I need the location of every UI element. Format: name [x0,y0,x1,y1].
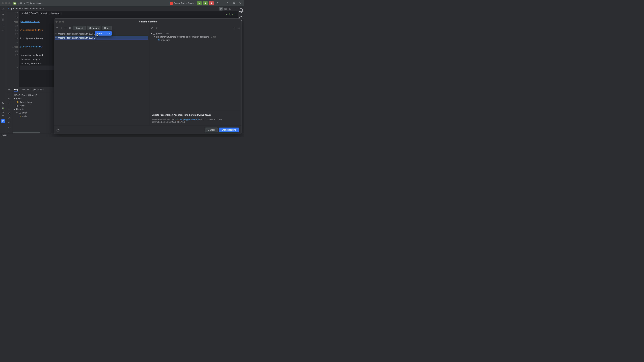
code-with-me-icon[interactable] [226,1,230,5]
branch-row[interactable]: main [14,104,51,107]
editor-preview-split[interactable] [224,7,228,10]
origin-group[interactable]: ▾origin [14,111,51,114]
chevron-down-icon[interactable]: ∨ [234,12,236,16]
commit-tool-icon[interactable] [2,13,4,16]
project-tool-icon[interactable] [2,7,4,10]
svg-point-3 [228,3,229,4]
zoom-dot[interactable] [8,2,10,4]
stop-button[interactable] [209,1,214,5]
branch-name: fix-pa-plugin [30,2,42,4]
vcs-icon [2,120,4,122]
commits-list[interactable]: Update Presentation Assista th 2023.3) U… [54,31,149,125]
debug-tool-icon[interactable] [2,106,4,109]
start-rebasing-button[interactable]: Start Rebasing [219,128,239,132]
gutter-image-icon[interactable] [16,21,18,23]
delete-icon[interactable] [8,112,10,115]
minimize-dot[interactable] [5,2,7,4]
collapse-icon[interactable]: ‹ [9,93,10,95]
git-tool-active[interactable] [1,119,5,123]
settings-icon[interactable] [238,1,242,5]
tree-file[interactable]: M↓index.md [151,38,240,41]
markdown-link[interactable]: [Configure Presentatio [20,45,42,48]
pause-icon[interactable] [68,26,72,29]
close-dot[interactable] [2,2,4,4]
changed-files-tree[interactable]: ▾guide 1 file ▾site/java/tutorials/prese… [149,31,241,42]
tab-console[interactable]: Console [21,87,29,92]
notifications-icon[interactable] [238,7,244,13]
move-down-icon[interactable] [60,26,63,29]
find-icon[interactable] [8,121,10,124]
horizontal-scrollbar[interactable] [13,132,40,133]
commit-committed-date: committed on 12/12/2023 at 17:50 [152,121,239,123]
git-branch-selector[interactable]: fix-pa-plugin▾ [26,2,44,4]
add-icon[interactable]: ＋ [8,102,10,105]
dialog-left-pane: Reword Squash▾ Drop Update Presentation … [54,25,149,125]
close-tab-icon[interactable]: × [43,7,44,10]
window-controls[interactable] [2,2,10,4]
problems-icon[interactable] [2,115,4,118]
squash-button[interactable]: Squash▾ [87,26,100,30]
commit-email[interactable]: <mlvandijk@gmail.com> [175,118,198,121]
chevron-down-icon[interactable]: ▾ [98,27,99,29]
folder-icon [18,112,21,114]
svg-rect-8 [3,25,4,26]
expand-all-icon[interactable] [234,27,237,29]
graph-dot-icon [56,33,57,34]
fetch-icon[interactable] [8,107,10,110]
commit-row[interactable]: Update Presentation Assista th 2023.3) [55,36,148,40]
terminal-icon[interactable] [2,111,4,113]
editor-tab[interactable]: M↓ presentation-assistant/index.md × [7,6,46,11]
bug-icon [204,2,206,4]
preview-icon[interactable] [155,27,158,29]
branch-row[interactable]: ★main [14,114,51,118]
head-row[interactable]: HEAD (Current Branch) [14,93,51,97]
move-up-icon[interactable] [56,26,58,29]
diff-icon[interactable] [151,27,154,29]
expand-icon[interactable]: › [9,131,10,133]
project-selector[interactable]: guide▾ [18,2,25,4]
undo-icon[interactable] [64,26,67,29]
tab-filename: presentation-assistant/index.md [11,7,42,10]
close-pane-icon[interactable]: × [238,27,240,29]
branch-row[interactable]: fix-pa-plugin [14,100,51,104]
svg-point-9 [2,30,2,31]
stats-icon[interactable] [8,126,10,129]
dialog-window-controls[interactable] [56,21,64,23]
inspection-widget[interactable]: 2 ∧ ∨ [226,12,236,16]
structure-icon[interactable] [2,23,4,26]
right-toolbar: × [149,25,241,31]
run-config-icon [170,2,173,5]
help-icon[interactable]: ? [56,128,60,132]
tab-log[interactable]: Log [14,87,18,92]
compare-icon[interactable] [8,116,10,119]
local-group[interactable]: ▾Local [14,97,51,100]
run-button[interactable] [197,1,202,5]
dialog-title: Rebasing Commits [138,20,158,23]
debug-button[interactable] [203,1,208,5]
tree-folder[interactable]: ▾site/java/tutorials/presenting/presenta… [151,35,240,38]
search-everywhere-icon[interactable] [232,1,236,5]
tab-update-info[interactable]: Update Info: [32,87,44,92]
editor-only-view[interactable] [219,7,223,10]
drop-button[interactable]: Drop [102,26,112,30]
svg-point-0 [204,2,206,4]
remote-group[interactable]: ▾Remote [14,107,51,111]
pull-requests-icon[interactable] [2,18,4,21]
more-actions[interactable]: ⋮ [215,1,220,5]
cancel-button[interactable]: Cancel [205,128,218,132]
tab-more-icon[interactable]: ⋮ [233,7,237,10]
more-tools-icon[interactable] [2,29,4,32]
git-branches-panel[interactable]: HEAD (Current Branch) ▾Local fix-pa-plug… [12,92,52,133]
markdown-link[interactable]: [Install Presentation [20,20,40,23]
preview-only-view[interactable] [228,7,232,10]
search-icon[interactable] [8,97,10,100]
tree-root[interactable]: ▾guide 1 file [151,32,240,35]
tab-git[interactable]: Git [8,87,11,92]
chevron-up-icon[interactable]: ∧ [232,12,233,16]
svg-rect-14 [230,8,231,9]
run-config-selector[interactable]: Run JetBrains Guide▾ [170,2,196,5]
tag-icon [16,101,19,103]
run-tool-icon[interactable] [2,102,4,105]
gutter-image-icon[interactable] [16,46,18,48]
reword-button[interactable]: Reword [73,26,86,30]
